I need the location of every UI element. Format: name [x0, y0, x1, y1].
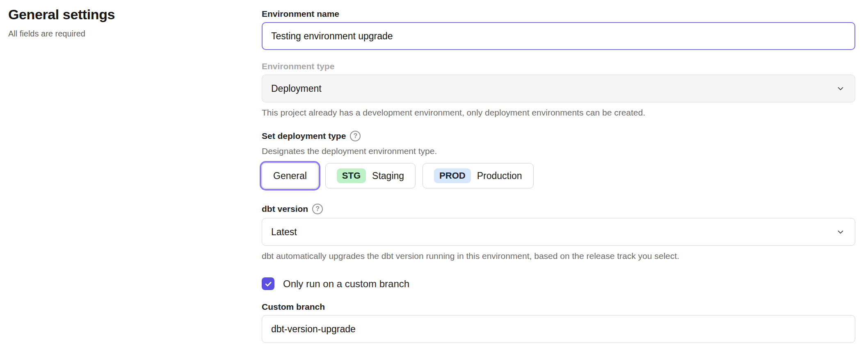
deployment-type-staging-button[interactable]: STG Staging — [325, 163, 416, 188]
deployment-type-description: Designates the deployment environment ty… — [262, 146, 855, 156]
settings-form: Environment name Environment type Deploy… — [262, 9, 855, 343]
environment-type-select[interactable]: Deployment — [262, 75, 855, 102]
page-title: General settings — [8, 7, 238, 23]
custom-branch-checkbox-label: Only run on a custom branch — [283, 278, 409, 290]
dbt-version-select[interactable]: Latest — [262, 218, 855, 246]
help-icon[interactable]: ? — [312, 204, 323, 214]
environment-general-settings-page: General settings All fields are required… — [0, 0, 868, 354]
dbt-version-helper: dbt automatically upgrades the dbt versi… — [262, 251, 855, 261]
chevron-down-icon — [836, 84, 845, 93]
custom-branch-input[interactable] — [262, 315, 855, 343]
custom-branch-checkbox-row[interactable]: Only run on a custom branch — [262, 277, 855, 290]
environment-name-input[interactable] — [262, 22, 855, 50]
deployment-type-options: General STG Staging PROD Production — [262, 163, 855, 188]
deployment-type-label: Set deployment type — [262, 131, 346, 141]
settings-intro: General settings All fields are required — [8, 7, 238, 39]
dbt-version-label-row: dbt version ? — [262, 204, 855, 214]
production-badge: PROD — [434, 168, 471, 183]
environment-type-helper: This project already has a development e… — [262, 108, 855, 118]
page-subtitle: All fields are required — [8, 29, 238, 39]
deployment-type-general-label: General — [273, 170, 307, 182]
help-icon[interactable]: ? — [350, 131, 361, 141]
custom-branch-label: Custom branch — [262, 302, 855, 312]
deployment-type-staging-label: Staging — [372, 170, 404, 182]
deployment-type-production-button[interactable]: PROD Production — [423, 163, 534, 188]
deployment-type-general-button[interactable]: General — [262, 163, 318, 188]
environment-type-label: Environment type — [262, 61, 855, 71]
dbt-version-value: Latest — [271, 227, 297, 238]
staging-badge: STG — [337, 168, 366, 183]
deployment-type-production-label: Production — [477, 170, 522, 182]
checkbox-checked-icon[interactable] — [262, 277, 274, 290]
deployment-type-label-row: Set deployment type ? — [262, 131, 855, 141]
environment-name-label: Environment name — [262, 9, 855, 19]
environment-type-value: Deployment — [271, 83, 322, 94]
dbt-version-label: dbt version — [262, 204, 308, 214]
chevron-down-icon — [836, 227, 845, 236]
